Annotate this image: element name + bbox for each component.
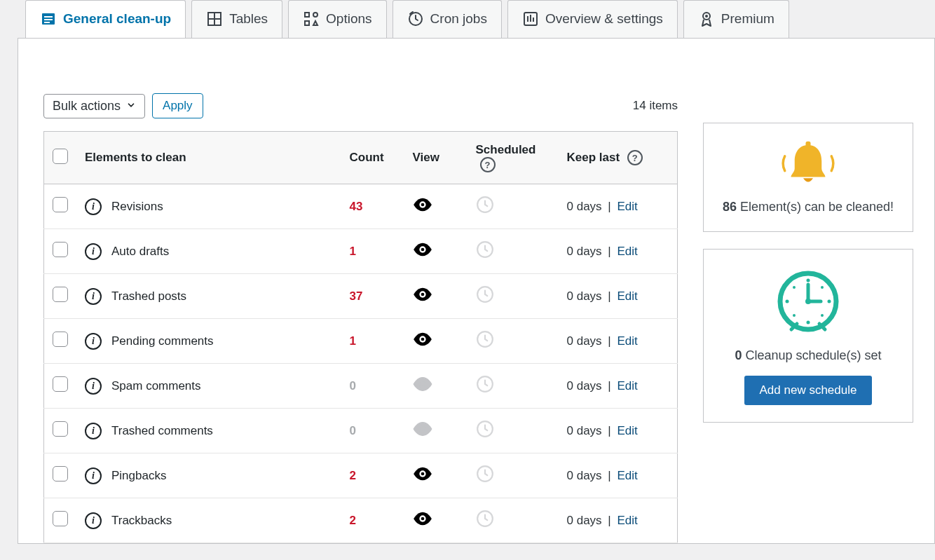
info-icon[interactable]: i [85, 333, 102, 350]
help-icon[interactable]: ? [627, 150, 643, 165]
cleanup-table: Elements to clean Count View Scheduled ?… [43, 131, 678, 543]
info-icon[interactable]: i [85, 378, 102, 395]
view-icon[interactable] [413, 467, 432, 481]
help-icon[interactable]: ? [480, 157, 496, 172]
table-row: iRevisions430 days | Edit [44, 184, 678, 229]
row-count: 2 [350, 469, 356, 482]
edit-link[interactable]: Edit [617, 469, 637, 482]
row-count: 0 [350, 379, 356, 392]
add-schedule-button[interactable]: Add new schedule [744, 376, 873, 405]
clock-icon [476, 517, 494, 531]
info-icon[interactable]: i [85, 288, 102, 305]
svg-point-37 [421, 472, 424, 476]
row-name: Spam comments [111, 379, 201, 393]
tables-icon [206, 11, 223, 27]
keep-days: 0 days [567, 514, 602, 527]
svg-point-52 [821, 286, 824, 289]
view-icon[interactable] [413, 243, 432, 257]
svg-point-31 [421, 383, 424, 386]
alarm-clock-icon [715, 266, 901, 339]
edit-link[interactable]: Edit [617, 514, 637, 527]
clock-icon [476, 203, 494, 217]
table-row: iPending comments10 days | Edit [44, 319, 678, 364]
tab-cron[interactable]: Cron jobs [393, 0, 502, 39]
keep-days: 0 days [567, 379, 602, 392]
tab-label: General clean-up [63, 11, 171, 27]
cron-icon [407, 11, 424, 27]
svg-point-54 [821, 314, 824, 317]
svg-point-25 [421, 293, 424, 296]
row-name: Auto drafts [111, 245, 169, 259]
row-name: Pingbacks [111, 469, 166, 483]
table-row: iTrackbacks20 days | Edit [44, 498, 678, 543]
edit-link[interactable]: Edit [617, 334, 637, 348]
svg-rect-8 [305, 21, 309, 25]
svg-point-53 [793, 314, 796, 317]
row-checkbox[interactable] [53, 287, 68, 302]
tab-options[interactable]: Options [288, 0, 386, 39]
tab-premium[interactable]: Premium [683, 0, 789, 39]
svg-point-50 [828, 300, 831, 303]
view-icon[interactable] [413, 287, 432, 301]
tab-label: Options [326, 11, 371, 27]
view-icon [413, 422, 432, 436]
view-icon [413, 377, 432, 391]
overview-icon [522, 11, 539, 27]
row-name: Revisions [111, 200, 163, 214]
bulk-actions-select[interactable]: Bulk actions [43, 94, 145, 118]
items-count: 14 items [633, 99, 678, 113]
svg-point-22 [421, 248, 424, 252]
svg-point-34 [421, 428, 424, 431]
info-icon[interactable]: i [85, 198, 102, 215]
tab-tables[interactable]: Tables [191, 0, 282, 39]
keep-days: 0 days [567, 289, 602, 303]
edit-link[interactable]: Edit [617, 379, 637, 392]
cleanable-text: Element(s) can be cleaned! [737, 200, 894, 214]
table-row: iTrashed posts370 days | Edit [44, 274, 678, 319]
view-icon[interactable] [413, 198, 432, 212]
row-name: Trackbacks [111, 514, 172, 528]
svg-point-40 [421, 517, 424, 521]
info-icon[interactable]: i [85, 512, 102, 529]
col-view: View [404, 132, 468, 184]
row-checkbox[interactable] [53, 242, 68, 257]
clock-icon [476, 472, 494, 486]
view-icon[interactable] [413, 512, 432, 526]
keep-days: 0 days [567, 245, 602, 258]
premium-icon [698, 11, 715, 27]
col-elements: Elements to clean [76, 132, 341, 184]
cleanable-count: 86 [723, 200, 737, 214]
table-row: iAuto drafts10 days | Edit [44, 229, 678, 274]
edit-link[interactable]: Edit [617, 289, 637, 303]
svg-point-19 [421, 203, 424, 207]
row-checkbox[interactable] [53, 421, 68, 437]
keep-days: 0 days [567, 469, 602, 482]
row-checkbox[interactable] [53, 511, 68, 526]
info-icon[interactable]: i [85, 423, 102, 439]
tab-general[interactable]: General clean-up [25, 0, 186, 39]
row-name: Trashed comments [111, 424, 213, 438]
select-all-checkbox[interactable] [53, 149, 68, 164]
row-name: Pending comments [111, 334, 214, 348]
tab-overview[interactable]: Overview & settings [507, 0, 678, 39]
clock-icon [476, 248, 494, 261]
clock-icon [476, 338, 494, 351]
row-checkbox[interactable] [53, 376, 68, 392]
row-checkbox[interactable] [53, 466, 68, 482]
view-icon[interactable] [413, 332, 432, 346]
edit-link[interactable]: Edit [617, 245, 637, 258]
row-count: 1 [350, 334, 356, 348]
row-count: 37 [350, 289, 363, 303]
row-checkbox[interactable] [53, 197, 68, 212]
svg-rect-1 [44, 16, 53, 18]
row-count: 2 [350, 514, 356, 527]
row-checkbox[interactable] [53, 332, 68, 347]
edit-link[interactable]: Edit [617, 200, 637, 213]
info-icon[interactable]: i [85, 243, 102, 260]
info-icon[interactable]: i [85, 467, 102, 484]
apply-button[interactable]: Apply [152, 93, 203, 118]
edit-link[interactable]: Edit [617, 424, 637, 437]
svg-point-48 [807, 321, 810, 325]
row-count: 0 [350, 424, 356, 437]
keep-days: 0 days [567, 424, 602, 437]
